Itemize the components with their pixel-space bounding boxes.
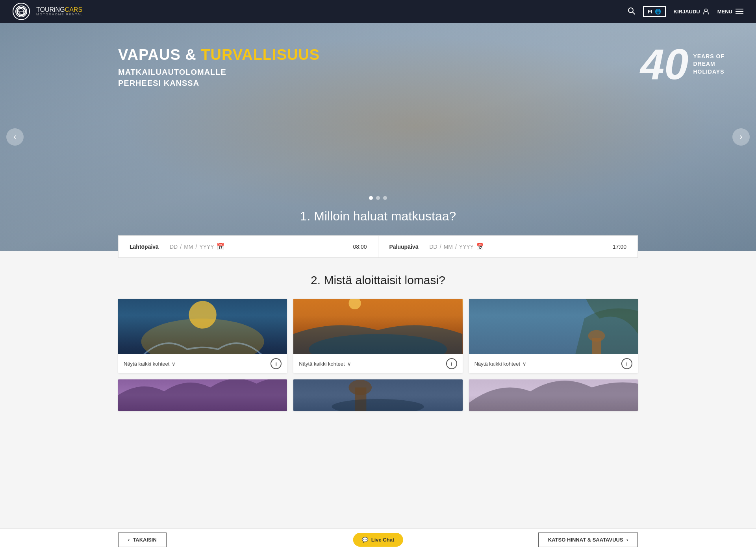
- hero-prev-button[interactable]: ‹: [6, 128, 24, 146]
- menu-button[interactable]: MENU: [717, 9, 743, 15]
- dest-image-norja: NORJA: [469, 379, 638, 411]
- hamburger-icon: [736, 9, 743, 14]
- language-selector[interactable]: FI 🌐: [643, 6, 666, 17]
- hero-question: 1. Milloin haluat matkustaa?: [300, 209, 456, 224]
- logo-touring: TOURiNG: [36, 6, 65, 13]
- logo-cars: CARS: [65, 6, 82, 13]
- svg-rect-18: [349, 380, 372, 395]
- chevron-down-icon-espanja: ∨: [523, 361, 526, 367]
- calendar-icon-departure: 📅: [217, 243, 224, 250]
- hero-next-button[interactable]: ›: [732, 128, 750, 146]
- return-label: Paluupäivä: [389, 244, 425, 250]
- dest-image-latvia: LATVIA: [293, 379, 462, 411]
- return-month: MM: [444, 244, 453, 250]
- departure-day: DD: [170, 244, 178, 250]
- menu-label: MENU: [717, 9, 732, 15]
- return-field[interactable]: Paluupäivä DD / MM / YYYY 📅 17:00: [378, 235, 638, 258]
- hero-badge: 40 YEARS OF DREAM HOLIDAYS: [640, 43, 724, 86]
- show-all-label-bulgaria: Näytä kaikki kohteet: [299, 361, 345, 367]
- show-all-label-espanja: Näytä kaikki kohteet: [474, 361, 520, 367]
- hero-dots: [369, 196, 387, 200]
- navbar-left: TOURiNGCARS MOTORHOME RENTAL: [13, 3, 83, 20]
- hero-section: ‹ › VAPAUS & TURVALLISUUS MATKAILUAUTOLO…: [0, 23, 756, 251]
- dest-image-islanti: ISLANTI: [118, 379, 287, 411]
- show-all-bulgaria[interactable]: Näytä kaikki kohteet ∨: [299, 361, 351, 367]
- main-content: 2. Mistä aloittaisit lomasi?: [0, 258, 756, 450]
- logo-icon: [13, 3, 30, 20]
- departure-date-group[interactable]: DD / MM / YYYY 📅: [170, 243, 348, 250]
- destinations-grid-2: ISLANTI: [0, 373, 756, 442]
- hero-dot-3[interactable]: [383, 196, 387, 200]
- departure-month: MM: [184, 244, 193, 250]
- svg-point-0: [16, 6, 27, 17]
- return-day: DD: [430, 244, 437, 250]
- departure-time: 08:00: [353, 244, 367, 250]
- return-time: 17:00: [613, 244, 626, 250]
- login-label: KIRJAUDU: [674, 9, 700, 15]
- sep3: /: [440, 244, 441, 250]
- departure-label: Lähtöpäivä: [130, 244, 165, 250]
- hero-title-plain: VAPAUS &: [118, 46, 201, 63]
- show-all-suomi[interactable]: Näytä kaikki kohteet ∨: [124, 361, 176, 367]
- svg-point-1: [18, 7, 25, 15]
- destination-card-norja[interactable]: NORJA: [469, 379, 638, 411]
- booking-bar: Lähtöpäivä DD / MM / YYYY 📅 08:00 Paluup…: [0, 235, 756, 258]
- return-date-group[interactable]: DD / MM / YYYY 📅: [430, 243, 608, 250]
- info-button-espanja[interactable]: i: [621, 358, 632, 369]
- destination-card-bulgaria[interactable]: BULGARIA Näytä kaikki kohteet ∨ i: [293, 299, 462, 373]
- logo-name: TOURiNGCARS: [36, 7, 83, 13]
- destination-card-espanja[interactable]: ESPANJA Näytä kaikki kohteet ∨ i: [469, 299, 638, 373]
- dest-image-bulgaria: BULGARIA: [293, 299, 462, 354]
- hero-title-accent: TURVALLISUUS: [201, 46, 320, 63]
- sep1: /: [180, 244, 182, 250]
- language-label: FI: [648, 9, 652, 15]
- logo-sub: MOTORHOME RENTAL: [36, 13, 83, 16]
- chevron-right-icon: ›: [739, 132, 742, 142]
- destinations-grid: SUOMI Näytä kaikki kohteet ∨ i: [0, 299, 756, 373]
- navbar: TOURiNGCARS MOTORHOME RENTAL FI 🌐 KIRJAU…: [0, 0, 756, 23]
- hero-dot-2[interactable]: [376, 196, 380, 200]
- info-button-bulgaria[interactable]: i: [446, 358, 457, 369]
- calendar-icon-return: 📅: [476, 243, 484, 250]
- hero-badge-text: YEARS OF DREAM HOLIDAYS: [693, 53, 724, 76]
- svg-line-4: [633, 12, 635, 14]
- login-button[interactable]: KIRJAUDU: [674, 8, 710, 15]
- dest-image-suomi: SUOMI: [118, 299, 287, 354]
- chevron-down-icon-bulgaria: ∨: [347, 361, 351, 367]
- destination-card-islanti[interactable]: ISLANTI: [118, 379, 287, 411]
- dest-image-espanja: ESPANJA: [469, 299, 638, 354]
- dest-footer-bulgaria: Näytä kaikki kohteet ∨ i: [293, 354, 462, 373]
- destination-card-latvia[interactable]: LATVIA: [293, 379, 462, 411]
- show-all-espanja[interactable]: Näytä kaikki kohteet ∨: [474, 361, 526, 367]
- dest-footer-suomi: Näytä kaikki kohteet ∨ i: [118, 354, 287, 373]
- return-year: YYYY: [459, 244, 474, 250]
- hero-badge-number: 40: [640, 43, 688, 86]
- destination-card-suomi[interactable]: SUOMI Näytä kaikki kohteet ∨ i: [118, 299, 287, 373]
- svg-rect-14: [588, 330, 605, 342]
- departure-field[interactable]: Lähtöpäivä DD / MM / YYYY 📅 08:00: [118, 235, 378, 258]
- chevron-down-icon-suomi: ∨: [172, 361, 176, 367]
- sep4: /: [455, 244, 457, 250]
- dest-footer-espanja: Näytä kaikki kohteet ∨ i: [469, 354, 638, 373]
- departure-year: YYYY: [199, 244, 214, 250]
- sep2: /: [195, 244, 197, 250]
- navbar-right: FI 🌐 KIRJAUDU MENU: [627, 6, 743, 17]
- chevron-left-icon: ‹: [13, 132, 16, 142]
- show-all-label-suomi: Näytä kaikki kohteet: [124, 361, 169, 367]
- logo-text: TOURiNGCARS MOTORHOME RENTAL: [36, 7, 83, 16]
- hero-dot-1[interactable]: [369, 196, 373, 200]
- info-button-suomi[interactable]: i: [271, 358, 282, 369]
- globe-icon: 🌐: [655, 9, 661, 15]
- section2-title: 2. Mistä aloittaisit lomasi?: [0, 274, 756, 287]
- svg-point-3: [628, 8, 633, 13]
- search-button[interactable]: [627, 7, 635, 17]
- hero-content: VAPAUS & TURVALLISUUS MATKAILUAUTOLOMALL…: [0, 23, 756, 96]
- svg-point-8: [189, 301, 217, 329]
